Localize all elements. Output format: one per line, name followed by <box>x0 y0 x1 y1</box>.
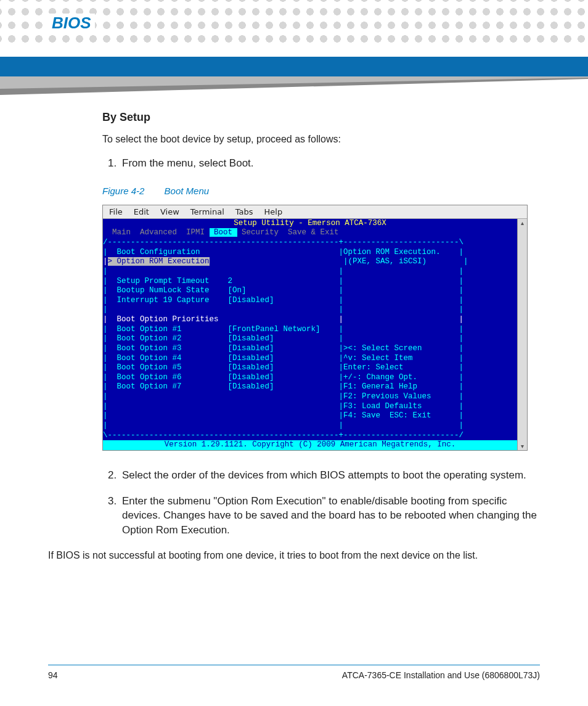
border-bot: \---------------------------------------… <box>103 431 463 440</box>
row-boot-opt7[interactable]: | Boot Option #7 [Disabled] |F1: General… <box>103 382 463 391</box>
row-help-f2: | |F2: Previous Values | <box>103 392 463 401</box>
row-numlock[interactable]: | Bootup NumLock State [On] | | <box>103 286 463 295</box>
terminal-menubar[interactable]: File Edit View Terminal Tabs Help <box>103 205 527 219</box>
page-footer: 94 ATCA-7365-CE Installation and Use (68… <box>48 665 540 680</box>
row-option-rom[interactable]: > Option ROM Execution <box>108 257 210 266</box>
steps-list-top: From the menu, select Boot. <box>102 156 540 171</box>
header-wedge <box>0 76 588 99</box>
row-blank: | | | <box>103 421 463 430</box>
terminal-window: File Edit View Terminal Tabs Help Setup … <box>102 205 528 451</box>
tab-boot[interactable]: Boot <box>210 228 237 237</box>
menu-tabs[interactable]: Tabs <box>235 207 253 216</box>
step-1: From the menu, select Boot. <box>120 156 540 171</box>
row-help-f4: | |F4: Save ESC: Exit | <box>103 411 463 420</box>
row-boot-opt2[interactable]: | Boot Option #2 [Disabled] | | <box>103 334 463 343</box>
row-priorities: | Boot Option Priorities | | <box>103 315 463 324</box>
header-blue-bar <box>0 57 588 76</box>
scroll-up-icon[interactable]: ▴ <box>521 220 524 226</box>
row-boot-config: | Boot Configuration |Option ROM Executi… <box>103 248 463 257</box>
bios-tabs[interactable]: Main Advanced IPMI Boot Security Save & … <box>103 228 517 238</box>
section-intro: To select the boot device by setup, proc… <box>102 134 540 145</box>
menu-edit[interactable]: Edit <box>134 207 149 216</box>
figure-label: Figure 4-2 <box>102 186 144 196</box>
menu-file[interactable]: File <box>109 207 123 216</box>
section-heading: By Setup <box>102 111 540 124</box>
steps-list-bottom: Select the order of the devices from whi… <box>102 468 540 538</box>
row-boot-opt1[interactable]: | Boot Option #1 [FrontPanel Network] | … <box>103 325 463 334</box>
row-blank: | | | <box>103 305 463 314</box>
menu-help[interactable]: Help <box>264 207 283 216</box>
terminal-scrollbar[interactable]: ▴ ▾ <box>517 219 527 450</box>
scroll-down-icon[interactable]: ▾ <box>521 443 524 449</box>
terminal-screen[interactable]: Setup Utility - Emerson ATCA-736X Main A… <box>103 219 517 450</box>
border-top: /---------------------------------------… <box>103 238 463 247</box>
row-blank: | | | <box>103 267 463 276</box>
step-2: Select the order of the devices from whi… <box>120 468 540 483</box>
row-boot-opt3[interactable]: | Boot Option #3 [Disabled] |><: Select … <box>103 344 463 353</box>
doc-reference: ATCA-7365-CE Installation and Use (68068… <box>342 670 540 680</box>
row-boot-opt5[interactable]: | Boot Option #5 [Disabled] |Enter: Sele… <box>103 363 463 372</box>
figure-caption: Figure 4-2 Boot Menu <box>102 186 540 196</box>
bios-footer: Version 1.29.1121. Copyright (C) 2009 Am… <box>103 440 517 450</box>
row-boot-opt4[interactable]: | Boot Option #4 [Disabled] |^v: Select … <box>103 354 463 363</box>
row-prompt-timeout[interactable]: | Setup Prompt Timeout 2 | | <box>103 277 463 285</box>
figure-title: Boot Menu <box>165 186 210 196</box>
bios-title: Setup Utility - Emerson ATCA-736X <box>103 219 517 229</box>
row-help-f3: | |F3: Load Defaults | <box>103 402 463 411</box>
menu-view[interactable]: View <box>160 207 179 216</box>
row-int19[interactable]: | Interrupt 19 Capture [Disabled] | | <box>103 296 463 305</box>
step-3: Enter the submenu "Option Rom Execution"… <box>120 494 540 538</box>
row-boot-opt6[interactable]: | Boot Option #6 [Disabled] |+/-: Change… <box>103 373 463 382</box>
chapter-title: BIOS <box>48 14 95 33</box>
page-content: By Setup To select the boot device by se… <box>48 111 540 562</box>
closing-paragraph: If BIOS is not successful at booting fro… <box>48 549 540 562</box>
page-number: 94 <box>48 670 58 680</box>
menu-terminal[interactable]: Terminal <box>190 207 224 216</box>
